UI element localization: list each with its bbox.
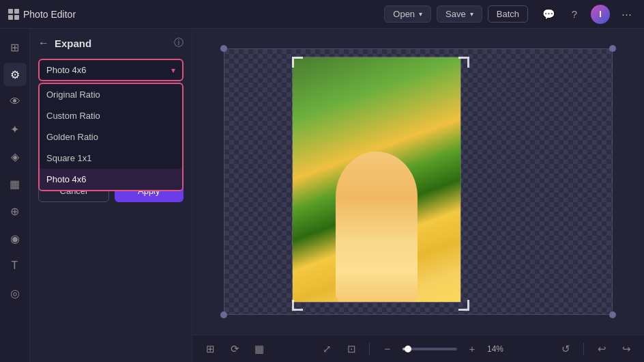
photo-image [292,57,461,303]
canvas-main[interactable] [192,29,644,335]
handle-br[interactable] [609,311,616,318]
frames-bb-icon[interactable]: ⟳ [225,339,244,359]
dropdown-item-custom[interactable]: Custom Ratio [40,105,182,126]
main-layout: ⊞ ⚙ 👁 ✦ ◈ ▦ ⊕ ◉ T ◎ ← Expand ⓘ Photo 4x6… [0,29,644,362]
open-label: Open [393,9,415,19]
panel-header: ← Expand ⓘ [38,37,184,49]
sidebar-item-elements[interactable]: ⊕ [3,199,27,223]
separator-2 [583,343,584,355]
sidebar-item-text[interactable]: T [3,254,27,277]
open-button[interactable]: Open ▾ [384,5,431,23]
panel-back-button[interactable]: ← [38,37,49,49]
layers-bb-icon[interactable]: ⊞ [201,339,220,359]
expand-panel: ← Expand ⓘ Photo 4x6 ▾ Original Ratio Cu… [30,29,192,362]
dropdown-item-golden[interactable]: Golden Ratio [40,126,182,148]
app-title: Photo Editor [23,9,76,20]
sidebar-item-watermark[interactable]: ◎ [3,281,27,305]
zoom-in-icon[interactable]: + [463,339,482,359]
topbar: Photo Editor Open ▾ Save ▾ Batch 💬 ? I ⋯ [0,0,644,29]
bottombar-right: ↺ ↩ ↪ [556,339,636,359]
fit-icon[interactable]: ⤢ [317,339,336,359]
photo-corner-br [458,300,469,311]
sidebar-item-adjustments[interactable]: ⚙ [3,63,27,86]
grid-bb-icon[interactable]: ▦ [250,339,269,359]
handle-tl[interactable] [220,45,227,52]
ratio-dropdown-wrapper: Photo 4x6 ▾ Original Ratio Custom Ratio … [38,59,184,81]
rotate-icon[interactable]: ↺ [556,339,575,359]
chat-icon[interactable]: 💬 [539,5,558,24]
save-label: Save [445,9,466,19]
more-icon[interactable]: ⋯ [617,5,636,24]
sidebar-item-stickers[interactable]: ◉ [3,227,27,250]
redo-icon[interactable]: ↪ [617,339,636,359]
panel-info-icon[interactable]: ⓘ [174,37,184,49]
avatar[interactable]: I [591,5,610,24]
ratio-selected-label: Photo 4x6 [46,65,87,75]
photo-corner-tl [292,57,303,68]
sidebar-item-effects[interactable]: ✦ [3,117,27,141]
open-chevron-icon: ▾ [419,10,422,18]
ratio-dropdown-menu: Original Ratio Custom Ratio Golden Ratio… [38,83,184,191]
sidebar-item-preview[interactable]: 👁 [3,90,27,113]
handle-tr[interactable] [609,45,616,52]
sidebar-item-layers[interactable]: ⊞ [3,36,27,59]
zoom-track[interactable] [402,348,457,350]
ratio-dropdown-selected[interactable]: Photo 4x6 ▾ [38,59,184,81]
canvas-area: ⊞ ⟳ ▦ ⤢ ⊡ − + 14% ↺ [192,29,644,362]
zoom-value: 14% [487,344,508,354]
dropdown-chevron-icon: ▾ [171,66,175,75]
photo-corner-tr [458,57,469,68]
separator-1 [369,343,370,355]
zoom-slider[interactable]: − + [378,339,482,359]
panel-title: Expand [55,38,169,49]
batch-button[interactable]: Batch [488,5,528,23]
expand-canvas [224,48,613,315]
photo-inner [293,57,460,302]
sidebar-icons: ⊞ ⚙ 👁 ✦ ◈ ▦ ⊕ ◉ T ◎ [0,29,30,362]
app-logo: Photo Editor [8,9,76,20]
handle-bl[interactable] [220,311,227,318]
grid-icon [8,9,19,20]
bottombar-center: ⤢ ⊡ − + 14% [317,339,508,359]
zoom-thumb[interactable] [405,346,411,352]
sidebar-item-frames[interactable]: ▦ [3,172,27,195]
save-button[interactable]: Save ▾ [437,5,482,23]
dropdown-item-original[interactable]: Original Ratio [40,84,182,105]
save-chevron-icon: ▾ [470,10,473,18]
undo-icon[interactable]: ↩ [592,339,611,359]
sidebar-item-filters[interactable]: ◈ [3,145,27,168]
topbar-icons: 💬 ? I ⋯ [539,5,636,24]
zoom-out-icon[interactable]: − [378,339,397,359]
crop-icon[interactable]: ⊡ [342,339,361,359]
dropdown-item-photo4x6[interactable]: Photo 4x6 [40,169,182,190]
help-icon[interactable]: ? [565,5,584,24]
bottombar-left: ⊞ ⟳ ▦ [201,339,269,359]
bottombar: ⊞ ⟳ ▦ ⤢ ⊡ − + 14% ↺ [192,335,644,362]
photo-corner-bl [292,300,303,311]
dropdown-item-square[interactable]: Square 1x1 [40,148,182,169]
